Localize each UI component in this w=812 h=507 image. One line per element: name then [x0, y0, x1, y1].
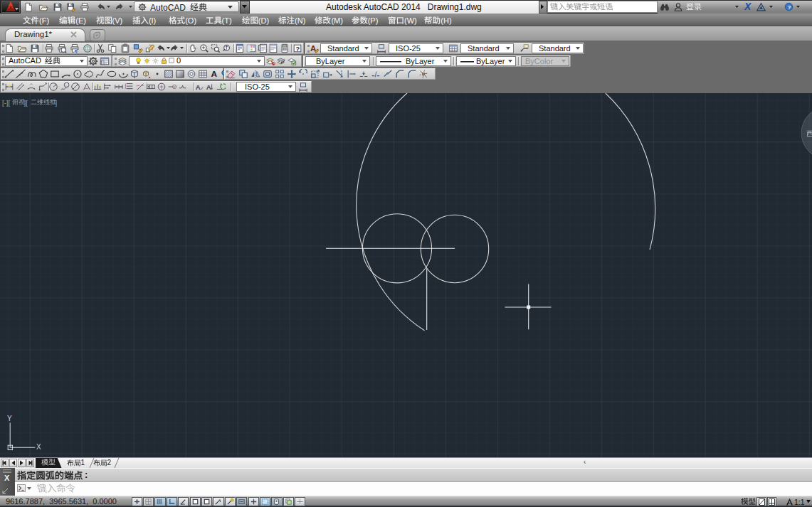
- svg-text:Y: Y: [7, 415, 12, 422]
- svg-text:X: X: [36, 443, 41, 451]
